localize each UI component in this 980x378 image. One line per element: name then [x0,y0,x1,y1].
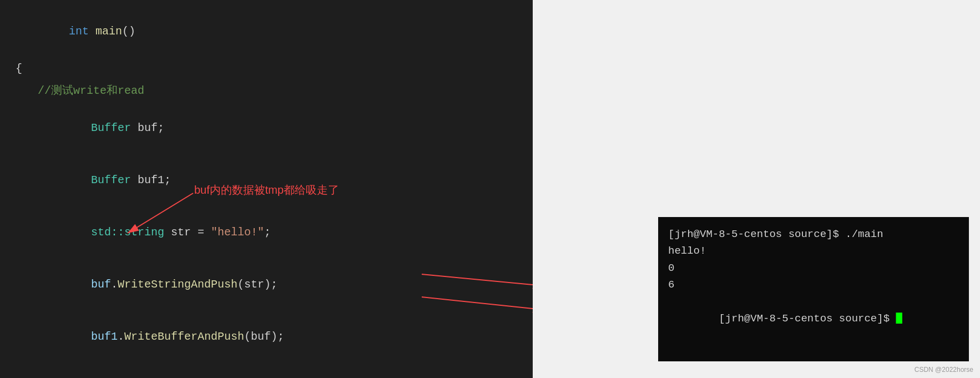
comment: //测试write和read [38,83,144,99]
code-line-5: Buffer buf1; [0,154,533,206]
main-container: int main() { //测试write和read Buffer buf; … [0,0,980,378]
code-line-7: buf.WriteStringAndPush(str); [0,259,533,311]
terminal-cursor: █ [896,313,902,325]
right-panel: [jrh@VM-8-5-centos source]$ ./main hello… [533,0,980,378]
terminal-box: [jrh@VM-8-5-centos source]$ ./main hello… [658,217,969,361]
code-line-1: int main() [0,6,533,58]
func-main: main [95,25,122,38]
annotation-text: buf内的数据被tmp都给吸走了 [194,183,339,198]
code-line-4: Buffer buf; [0,102,533,154]
terminal-line-2: hello! [668,243,959,259]
code-line-9: std::string tmp; [0,363,533,378]
terminal-line-1: [jrh@VM-8-5-centos source]$ ./main [668,226,959,243]
code-line-6: std::string str = "hello!"; [0,206,533,259]
code-panel: int main() { //测试write和read Buffer buf; … [0,0,533,378]
terminal-line-3: 0 [668,260,959,276]
code-line-2: { [0,58,533,80]
keyword-int: int [69,25,89,38]
code-line-3: //测试write和read [0,80,533,102]
terminal-line-4: 6 [668,276,959,293]
terminal-line-5: [jrh@VM-8-5-centos source]$ █ [668,294,959,344]
csdn-watermark: CSDN @2022horse [915,366,973,374]
code-line-8: buf1.WriteBufferAndPush(buf); [0,311,533,363]
